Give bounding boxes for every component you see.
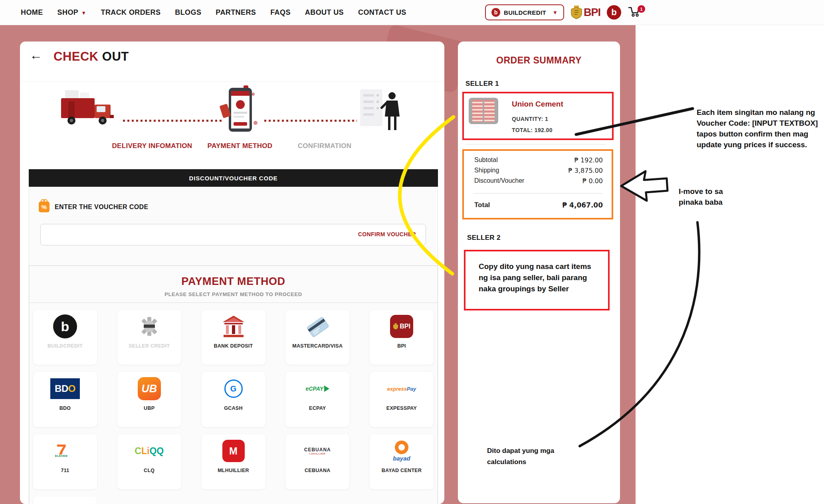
payment-tile-ecpay[interactable]: eCPAY ECPAY bbox=[285, 372, 349, 427]
step-connector bbox=[123, 120, 222, 122]
bpi-logo-text: BPI bbox=[584, 6, 600, 19]
bank-icon bbox=[221, 315, 246, 338]
credit-card-icon bbox=[305, 315, 330, 338]
page-title: CHECK OUT bbox=[53, 49, 129, 64]
payment-tile-label: CLQ bbox=[144, 468, 154, 473]
step-payment-method: PAYMENT METHOD bbox=[200, 142, 280, 150]
product-total: TOTAL: 192.00 bbox=[512, 127, 553, 133]
nav-faqs[interactable]: FAQS bbox=[270, 8, 291, 17]
buildcredit-logo-icon: b bbox=[53, 314, 77, 338]
voucher-gift-icon: % bbox=[39, 202, 50, 212]
bdo-logo-icon: BDO bbox=[50, 378, 80, 399]
payment-tiles-grid: b BUILDCREDIT bbox=[33, 310, 434, 504]
total-label: Total bbox=[474, 201, 490, 209]
payment-method-section: PAYMENT METHOD PLEASE SELECT PAYMENT MET… bbox=[29, 265, 438, 504]
voucher-code-input[interactable] bbox=[46, 224, 355, 245]
shipping-label: Shipping bbox=[474, 167, 499, 174]
payment-tile-expresspay[interactable]: expressPay EXPESSPAY bbox=[370, 372, 434, 427]
voucher-prompt-label: ENTER THE VOUCHER CODE bbox=[55, 204, 149, 211]
payment-tile-seller-credit[interactable]: SELLER CREDIT bbox=[117, 310, 181, 365]
seller2-annotation-text: Copy dito yung nasa cart items ng isa pa… bbox=[479, 261, 598, 294]
seller1-heading: SELLER 1 bbox=[465, 80, 499, 88]
calculations-annotation-text: Dito dapat yung mga calculations bbox=[487, 445, 561, 468]
nav-track-orders[interactable]: TRACK ORDERS bbox=[101, 8, 161, 17]
voucher-annotation-text: Each item singitan mo nalang ng Voucher … bbox=[697, 107, 821, 150]
back-button[interactable]: ← bbox=[30, 48, 42, 63]
payment-tile-label: UBP bbox=[144, 405, 154, 411]
move-annotation-text: I-move to sa pinaka baba bbox=[679, 186, 739, 208]
order-summary-title: ORDER SUMMARY bbox=[458, 55, 620, 66]
payment-tile-cebuana[interactable]: CEBUANALHUILLIER CEBUANA bbox=[285, 434, 349, 489]
page-title-out: OUT bbox=[102, 49, 129, 63]
delivery-truck-illustration bbox=[58, 89, 122, 131]
payment-tile-label: GCASH bbox=[224, 405, 243, 411]
payment-tile-label: 711 bbox=[61, 468, 69, 473]
subtotal-label: Subtotal bbox=[474, 156, 498, 164]
nav-partners[interactable]: PARTNERS bbox=[216, 8, 256, 17]
step-delivery-information: DELIVERY INFOMATION bbox=[108, 142, 196, 150]
shipping-value: ₱ 3,875.00 bbox=[568, 167, 603, 174]
buildcredit-button-label: BUILDCREDIT bbox=[504, 9, 546, 16]
voucher-input-box: CONFIRM VOUCHER bbox=[40, 224, 426, 245]
subtotal-value: ₱ 192.00 bbox=[574, 156, 603, 164]
payment-tile-label: ECPAY bbox=[309, 405, 326, 411]
total-value: ₱ 4,067.00 bbox=[562, 201, 603, 209]
brand-b-logo: b bbox=[607, 5, 621, 20]
checkout-page: HOME SHOP▼ TRACK ORDERS BLOGS PARTNERS F… bbox=[0, 0, 824, 504]
product-quantity: QUANTITY: 1 bbox=[512, 116, 548, 122]
order-summary-panel: ORDER SUMMARY SELLER 1 Union Cement QUAN… bbox=[458, 42, 620, 503]
payment-tile-gcash[interactable]: G GCASH bbox=[202, 372, 265, 427]
payment-tile-mastercard-visa[interactable]: MASTERCARD/VISA bbox=[285, 310, 349, 365]
payment-phone-illustration bbox=[219, 84, 265, 134]
expresspay-logo-icon: expressPay bbox=[387, 386, 416, 392]
payment-tile-buildcredit[interactable]: b BUILDCREDIT bbox=[33, 310, 97, 365]
payment-tile-label: SELLER CREDIT bbox=[129, 343, 170, 349]
payment-method-title: PAYMENT METHOD bbox=[29, 275, 438, 288]
totals-highlight-box: Subtotal ₱ 192.00 Shipping ₱ 3,875.00 Di… bbox=[462, 149, 613, 219]
payment-tile-mlhuillier[interactable]: M MLHUILLIER bbox=[202, 434, 265, 489]
divider bbox=[29, 302, 438, 303]
chevron-down-icon: ▼ bbox=[553, 10, 558, 16]
nav-about-us[interactable]: ABOUT US bbox=[305, 8, 344, 17]
seller2-heading: SELLER 2 bbox=[467, 234, 501, 242]
payment-tile-label: BAYAD CENTER bbox=[382, 468, 422, 473]
seven-eleven-logo-icon: 7ELEVEN bbox=[56, 441, 74, 461]
gear-icon bbox=[138, 315, 160, 338]
payment-tile-ubp[interactable]: UB UBP bbox=[117, 372, 181, 427]
nav-shop[interactable]: SHOP▼ bbox=[57, 8, 87, 17]
payment-tile-label: BUILDCREDIT bbox=[48, 343, 83, 349]
seller1-item-highlight-box: Union Cement QUANTITY: 1 TOTAL: 192.00 bbox=[462, 92, 614, 140]
nav-contact-us[interactable]: CONTACT US bbox=[358, 8, 406, 17]
payment-tile-label: MLHUILLIER bbox=[218, 468, 249, 473]
product-name: Union Cement bbox=[512, 100, 563, 109]
payment-tile-label: CEBUANA bbox=[305, 468, 331, 473]
payment-tile-bpi[interactable]: BPI BPI bbox=[370, 310, 434, 365]
nav-blogs[interactable]: BLOGS bbox=[175, 8, 201, 17]
cart-button[interactable]: 1 bbox=[628, 4, 644, 20]
shop-dropdown-caret: ▼ bbox=[81, 10, 86, 16]
payment-tile-711[interactable]: 7ELEVEN 711 bbox=[33, 434, 97, 489]
confirm-voucher-button[interactable]: CONFIRM VOUCHER bbox=[358, 231, 416, 237]
seller2-annotation-box: Copy dito yung nasa cart items ng isa pa… bbox=[464, 250, 610, 310]
top-navigation: HOME SHOP▼ TRACK ORDERS BLOGS PARTNERS F… bbox=[0, 0, 824, 25]
payment-tile-more[interactable] bbox=[33, 496, 97, 504]
page-title-check: CHECK bbox=[53, 49, 99, 63]
buildcredit-dropdown-button[interactable]: b BUILDCREDIT ▼ bbox=[485, 4, 564, 20]
cliqq-logo-icon: CLiQQ bbox=[135, 446, 164, 457]
payment-tile-label: BPI bbox=[397, 343, 406, 349]
cart-count-badge: 1 bbox=[638, 5, 645, 13]
product-image bbox=[469, 98, 498, 124]
payment-tile-bank-deposit[interactable]: BANK DEPOSIT bbox=[202, 310, 265, 365]
voucher-section: DISCOUNT/VOUCHER CODE % ENTER THE VOUCHE… bbox=[29, 169, 438, 266]
payment-tile-bdo[interactable]: BDO BDO bbox=[33, 372, 97, 427]
nav-home[interactable]: HOME bbox=[21, 8, 43, 17]
payment-tile-label: BDO bbox=[59, 405, 71, 411]
bpi-shield-icon bbox=[570, 6, 582, 19]
payment-tile-clq[interactable]: CLiQQ CLQ bbox=[117, 434, 181, 489]
mlhuillier-logo-icon: M bbox=[222, 440, 245, 462]
payment-tile-label: EXPESSPAY bbox=[386, 405, 417, 411]
bpi-app-icon: BPI bbox=[390, 315, 413, 338]
cebuana-logo-icon: CEBUANALHUILLIER bbox=[304, 447, 331, 455]
payment-tile-bayad-center[interactable]: bayad BAYAD CENTER bbox=[370, 434, 434, 489]
gcash-logo-icon: G bbox=[224, 379, 243, 398]
